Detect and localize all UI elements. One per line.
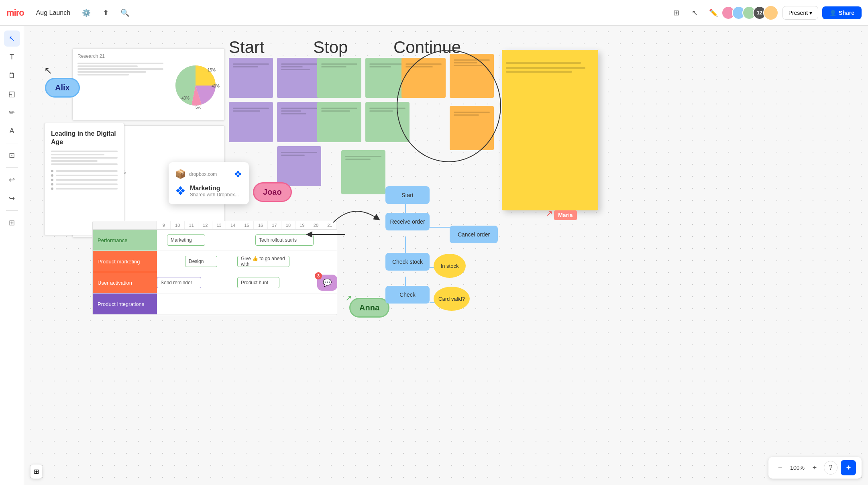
zoom-in-button[interactable]: +: [809, 462, 821, 474]
comment-bubble[interactable]: 💬 3: [317, 275, 337, 291]
sidebar-icon: ⊞: [34, 468, 39, 475]
research-card-1[interactable]: Research 21 15%: [72, 48, 225, 120]
miro-logo[interactable]: miro: [6, 8, 24, 18]
gantt-bar-design[interactable]: Design: [185, 256, 217, 267]
stop-column-header: Stop: [313, 38, 348, 57]
sticky-start-1[interactable]: [229, 58, 273, 98]
maria-label: Maria: [554, 210, 577, 220]
present-button[interactable]: Present ▾: [782, 6, 818, 20]
select-icon[interactable]: ↖: [688, 6, 702, 20]
toolbar-separator-3: [6, 210, 18, 211]
sticky-continue-3[interactable]: [450, 106, 494, 150]
zoom-level-display: 100%: [789, 465, 805, 471]
undo-tool[interactable]: ↩: [4, 172, 20, 188]
gantt-body-product-integrations[interactable]: [157, 293, 337, 314]
dropbox-folder-icon: ❖: [175, 184, 186, 198]
svg-text:15%: 15%: [208, 68, 216, 72]
export-icon[interactable]: ⬆: [98, 6, 113, 20]
sticky-continue-1[interactable]: [401, 58, 446, 98]
gantt-header-cells: 9 10 11 12 13 14 15 16 17 18 19 20 21: [157, 221, 337, 229]
help-button[interactable]: ?: [824, 461, 837, 475]
sticky-stop-3[interactable]: [317, 102, 361, 142]
shapes-tool[interactable]: ◱: [4, 86, 20, 102]
avatar-main: [763, 5, 778, 20]
sticky-start-4[interactable]: [277, 102, 321, 142]
doc-card[interactable]: Leading in the Digital Age: [44, 123, 124, 235]
gantt-body-performance[interactable]: Marketing Tech rollout starts: [157, 230, 337, 251]
canvas[interactable]: Start Stop Continue: [24, 26, 868, 485]
sticky-start-3[interactable]: [229, 102, 273, 142]
toolbar-separator-1: [6, 143, 18, 143]
alix-bubble[interactable]: Alix: [45, 78, 80, 98]
flow-box-check[interactable]: Check: [385, 286, 430, 304]
gantt-row-performance: Performance Marketing Tech rollout start…: [93, 230, 337, 251]
text-tool[interactable]: T: [4, 49, 20, 65]
sticky-start-2[interactable]: [277, 58, 321, 98]
frame-tool[interactable]: ⊡: [4, 147, 20, 163]
sticky-stop-4[interactable]: [365, 102, 410, 142]
toolbar-separator-2: [6, 167, 18, 168]
redo-tool[interactable]: ↪: [4, 190, 20, 206]
gantt-label-product-integrations: Product Integrations: [93, 293, 157, 314]
flow-box-start[interactable]: Start: [385, 186, 430, 204]
sticky-stop-1[interactable]: [317, 58, 361, 98]
enhance-button[interactable]: ✦: [841, 460, 856, 475]
svg-text:5%: 5%: [196, 105, 202, 110]
sticky-tool[interactable]: 🗒: [4, 67, 20, 84]
gantt-body-product-marketing[interactable]: Design Give 👍 to go ahead with: [157, 251, 337, 272]
sidebar-toggle-button[interactable]: ⊞: [31, 465, 42, 479]
dropbox-icon: ❖: [234, 169, 242, 180]
flow-box-cancel-order[interactable]: Cancel order: [450, 226, 498, 243]
gantt-label-product-marketing: Product marketing: [93, 251, 157, 272]
gantt-bar-give[interactable]: Give 👍 to go ahead with: [237, 256, 289, 267]
marker-tool[interactable]: A: [4, 123, 20, 139]
joao-bubble[interactable]: Joao: [253, 182, 292, 202]
gantt-chart[interactable]: 9 10 11 12 13 14 15 16 17 18 19 20 21 Pe…: [92, 221, 337, 315]
dropbox-sub: Shared with Dropbox...: [190, 192, 239, 198]
board-title[interactable]: Aug Launch: [32, 8, 74, 18]
dropbox-url: dropbox.com: [189, 171, 217, 177]
sticky-yellow-large[interactable]: [502, 50, 598, 210]
flow-box-receive-order[interactable]: Receive order: [385, 213, 430, 230]
boards-tool[interactable]: ⊞: [4, 215, 20, 231]
start-column-header: Start: [229, 38, 265, 57]
cursor-alix: ↖: [44, 65, 52, 76]
gantt-bar-send-reminder[interactable]: Send reminder: [157, 277, 201, 288]
gantt-bar-marketing[interactable]: Marketing: [167, 234, 205, 246]
topbar: miro Aug Launch ⚙️ ⬆ 🔍 ⊞ ↖ ✏️ 12 Present…: [0, 0, 868, 26]
gantt-row-product-integrations: Product Integrations: [93, 293, 337, 315]
dropbox-popup[interactable]: 📦 dropbox.com ❖ ❖ Marketing Shared with …: [169, 162, 249, 204]
flow-diamond-in-stock[interactable]: In stock: [434, 254, 466, 278]
flow-diamond-card-valid[interactable]: Card valid?: [434, 287, 470, 311]
gantt-body-user-activation[interactable]: Send reminder Product hunt: [157, 272, 337, 293]
zoom-controls: − 100% + ? ✦: [768, 457, 862, 479]
sticky-stop-5[interactable]: [341, 150, 385, 194]
settings-icon[interactable]: ⚙️: [79, 6, 94, 20]
anna-bubble[interactable]: Anna: [349, 298, 389, 318]
sticky-start-5[interactable]: [277, 146, 321, 186]
dropbox-header: 📦 dropbox.com ❖: [175, 169, 242, 180]
gantt-bar-tech-rollout[interactable]: Tech rollout starts: [255, 234, 314, 246]
gantt-header: 9 10 11 12 13 14 15 16 17 18 19 20 21: [93, 221, 337, 230]
zoom-out-button[interactable]: −: [774, 462, 786, 474]
dropbox-logo-icon: 📦: [175, 169, 186, 179]
gantt-row-user-activation: User activation Send reminder Product hu…: [93, 272, 337, 293]
pen-icon[interactable]: ✏️: [706, 6, 721, 20]
comment-count-badge: 3: [315, 272, 322, 279]
pen-tool[interactable]: ✏: [4, 104, 20, 120]
svg-text:40%: 40%: [212, 84, 220, 88]
dropbox-name: Marketing: [190, 185, 239, 192]
svg-text:40%: 40%: [181, 96, 189, 100]
search-icon[interactable]: 🔍: [118, 6, 132, 20]
collaborators-avatars: 12: [725, 5, 778, 20]
left-toolbar: ↖ T 🗒 ◱ ✏ A ⊡ ↩ ↪ ⊞: [0, 26, 24, 485]
comment-icon: 💬: [323, 278, 332, 287]
share-button[interactable]: 👤 Share: [822, 6, 862, 19]
enhance-icon: ✦: [846, 463, 852, 472]
cursor-tool[interactable]: ↖: [4, 31, 20, 47]
flow-box-check-stock[interactable]: Check stock: [385, 253, 430, 271]
gantt-label-user-activation: User activation: [93, 272, 157, 293]
gantt-bar-product-hunt[interactable]: Product hunt: [237, 277, 279, 288]
sticky-continue-2[interactable]: [450, 54, 494, 98]
grid-icon[interactable]: ⊞: [669, 6, 684, 20]
